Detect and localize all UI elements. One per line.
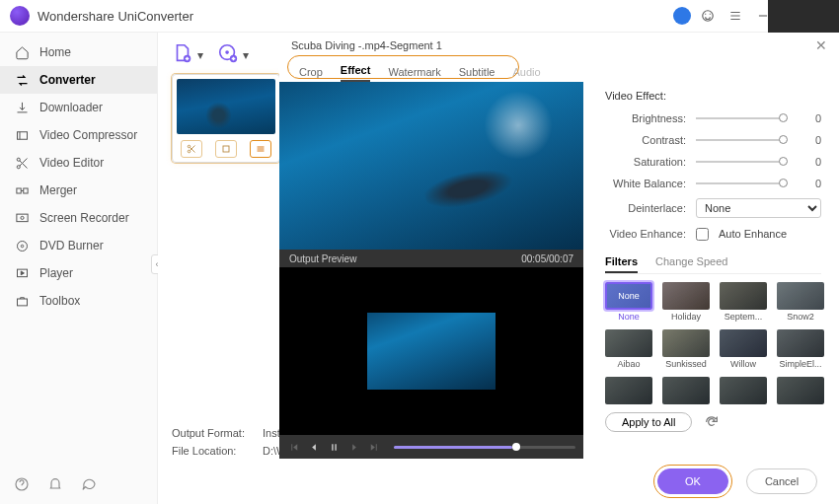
apply-to-all-button[interactable]: Apply to All <box>605 412 692 432</box>
svg-rect-2 <box>17 131 27 139</box>
sidebar-item-label: Home <box>39 45 71 59</box>
sidebar-item-label: Downloader <box>39 101 103 114</box>
next-frame-icon[interactable] <box>366 440 380 454</box>
contrast-slider[interactable] <box>696 139 788 141</box>
account-icon[interactable] <box>673 7 691 25</box>
auto-enhance-text: Auto Enhance <box>719 228 787 240</box>
sidebar-item-converter[interactable]: Converter <box>0 66 157 94</box>
sidebar-item-label: Merger <box>39 183 77 197</box>
compress-icon <box>14 127 30 143</box>
filter-extra-1[interactable] <box>605 377 652 404</box>
step-fwd-icon[interactable] <box>346 440 360 454</box>
toolbox-icon <box>14 293 30 309</box>
sidebar-item-label: Screen Recorder <box>39 211 129 225</box>
filter-willow[interactable]: Willow <box>720 329 767 369</box>
svg-point-9 <box>17 241 27 251</box>
tab-effect[interactable]: Effect <box>341 64 371 82</box>
white-balance-label: White Balance: <box>605 178 686 189</box>
filter-holiday[interactable]: Holiday <box>662 282 710 322</box>
output-preview-label: Output Preview <box>289 253 356 264</box>
output-preview <box>279 267 583 435</box>
sidebar: Home Converter Downloader Video Compress… <box>0 33 158 504</box>
sidebar-item-recorder[interactable]: Screen Recorder <box>0 204 157 232</box>
sidebar-item-editor[interactable]: Video Editor <box>0 149 157 177</box>
subtab-speed[interactable]: Change Speed <box>655 252 727 273</box>
video-thumbnail <box>177 79 275 134</box>
ok-button[interactable]: OK <box>657 468 728 494</box>
tab-crop[interactable]: Crop <box>299 66 323 82</box>
filter-snow2[interactable]: Snow2 <box>777 282 824 322</box>
brightness-slider[interactable] <box>696 117 788 119</box>
sidebar-item-label: Converter <box>39 73 96 87</box>
bell-icon[interactable] <box>47 476 63 492</box>
tab-subtitle[interactable]: Subtitle <box>459 66 496 82</box>
help-icon[interactable] <box>14 476 30 492</box>
add-dvd-button[interactable]: ▾ <box>217 42 241 66</box>
svg-point-16 <box>225 50 229 54</box>
deinterlace-select[interactable]: None <box>696 198 821 218</box>
pause-icon[interactable] <box>327 440 341 454</box>
saturation-slider[interactable] <box>696 161 788 163</box>
cancel-button[interactable]: Cancel <box>746 468 817 494</box>
sidebar-item-toolbox[interactable]: Toolbox <box>0 287 157 315</box>
svg-point-18 <box>188 145 191 148</box>
file-location-label: File Location: <box>172 445 251 457</box>
seek-track[interactable] <box>394 446 575 449</box>
sidebar-item-compressor[interactable]: Video Compressor <box>0 121 157 149</box>
crop-button[interactable] <box>215 140 237 158</box>
home-icon <box>14 44 30 60</box>
filter-grid: NoneNone Holiday Septem... Snow2 Aibao S… <box>605 282 821 404</box>
filter-sunkissed[interactable]: Sunkissed <box>662 329 710 369</box>
deinterlace-label: Deinterlace: <box>605 202 686 214</box>
support-icon[interactable] <box>697 5 719 27</box>
filter-none[interactable]: NoneNone <box>605 282 652 322</box>
playback-bar <box>279 435 583 459</box>
white-balance-slider[interactable] <box>696 182 788 184</box>
trim-button[interactable] <box>181 140 202 158</box>
filter-extra-4[interactable] <box>777 377 824 404</box>
svg-point-19 <box>188 150 191 153</box>
tab-watermark[interactable]: Watermark <box>388 66 440 82</box>
filter-extra-2[interactable] <box>662 377 710 404</box>
app-title: Wondershare UniConverter <box>38 9 193 24</box>
filter-simple[interactable]: SimpleEl... <box>777 329 824 369</box>
auto-enhance-checkbox[interactable] <box>696 228 709 241</box>
reset-icon[interactable] <box>704 414 720 430</box>
merge-icon <box>14 182 30 198</box>
video-item[interactable] <box>172 74 280 163</box>
svg-point-10 <box>21 245 24 248</box>
scissors-icon <box>14 155 30 171</box>
step-back-icon[interactable] <box>307 440 321 454</box>
filter-aibao[interactable]: Aibao <box>605 329 652 369</box>
app-logo <box>10 6 30 26</box>
filter-extra-3[interactable] <box>720 377 767 404</box>
sidebar-item-label: Player <box>39 266 73 280</box>
svg-rect-7 <box>16 214 27 222</box>
sidebar-item-merger[interactable]: Merger <box>0 177 157 204</box>
sidebar-item-downloader[interactable]: Downloader <box>0 94 157 121</box>
add-file-button[interactable]: ▾ <box>172 42 195 66</box>
sidebar-item-label: Video Compressor <box>39 128 137 142</box>
sidebar-item-dvd[interactable]: DVD Burner <box>0 232 157 259</box>
menu-icon[interactable] <box>725 5 746 27</box>
sidebar-item-home[interactable]: Home <box>0 38 157 66</box>
output-format-label: Output Format: <box>172 427 251 439</box>
white-balance-value: 0 <box>798 178 821 189</box>
subtab-filters[interactable]: Filters <box>605 252 638 273</box>
svg-rect-20 <box>223 146 229 152</box>
saturation-label: Saturation: <box>605 156 686 168</box>
filter-september[interactable]: Septem... <box>720 282 767 322</box>
dialog-tabs: Crop Effect Watermark Subtitle Audio <box>279 58 839 82</box>
effect-button[interactable] <box>250 140 271 158</box>
play-icon <box>14 265 30 281</box>
contrast-label: Contrast: <box>605 134 686 146</box>
sidebar-item-player[interactable]: Player <box>0 259 157 287</box>
close-dialog-icon[interactable]: ✕ <box>815 37 827 53</box>
decorative-block <box>768 0 839 33</box>
svg-point-8 <box>20 216 23 219</box>
tab-audio[interactable]: Audio <box>512 66 540 82</box>
prev-frame-icon[interactable] <box>287 440 301 454</box>
feedback-icon[interactable] <box>81 476 97 492</box>
contrast-value: 0 <box>798 134 821 146</box>
time-display: 00:05/00:07 <box>521 253 573 264</box>
